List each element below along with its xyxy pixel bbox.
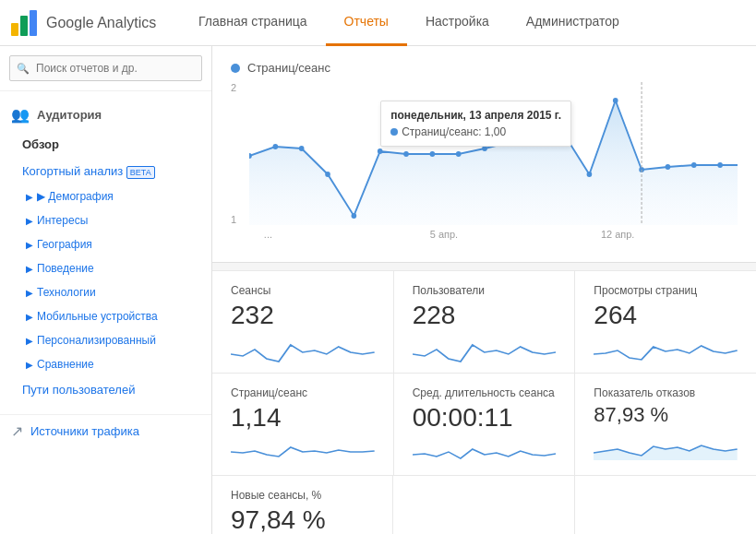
sidebar-mobile[interactable]: ▶ Мобильные устройства bbox=[0, 304, 211, 328]
metric-bounce-rate: Показатель отказов 87,93 % bbox=[575, 374, 756, 475]
chart-section: Страниц/сеанс 2 1 bbox=[212, 46, 756, 263]
sidebar-interests[interactable]: ▶ Интересы bbox=[0, 208, 211, 232]
svg-point-8 bbox=[352, 213, 357, 219]
nav-reports[interactable]: Отчеты bbox=[326, 0, 407, 46]
arrow-icon: ▶ bbox=[26, 240, 33, 250]
sidebar-overview[interactable]: Обзор bbox=[0, 131, 211, 158]
tooltip-title: понедельник, 13 апреля 2015 г. bbox=[390, 109, 561, 122]
sidebar-geography[interactable]: ▶ География bbox=[0, 232, 211, 256]
nav-admin[interactable]: Администратор bbox=[508, 0, 638, 46]
svg-rect-0 bbox=[11, 23, 18, 36]
svg-point-7 bbox=[325, 172, 330, 177]
audience-header: 👥 Аудитория bbox=[0, 99, 211, 131]
metrics-row-1: Сеансы 232 Пользователи 228 bbox=[212, 270, 756, 373]
arrow-icon: ▶ bbox=[26, 336, 33, 346]
svg-point-20 bbox=[666, 164, 671, 170]
x-label-5apr: 5 апр. bbox=[430, 229, 458, 240]
metric-pps-value: 1,14 bbox=[231, 403, 375, 433]
sidebar-tech[interactable]: ▶ Технологии bbox=[0, 280, 211, 304]
traffic-icon: ↗ bbox=[11, 422, 23, 440]
audience-section: 👥 Аудитория Обзор Когортный анализ BETA … bbox=[0, 91, 211, 410]
svg-point-22 bbox=[717, 162, 723, 168]
logo: Google Analytics bbox=[9, 8, 180, 38]
metric-users-value: 228 bbox=[413, 301, 557, 330]
metrics-row-3: Новые сеансы, % 97,84 % bbox=[212, 475, 756, 534]
app-name: Google Analytics bbox=[46, 15, 156, 31]
metric-users: Пользователи 228 bbox=[394, 271, 576, 373]
layout: 🔍 👥 Аудитория Обзор Когортный анализ BET… bbox=[0, 46, 756, 534]
svg-point-9 bbox=[378, 148, 383, 154]
chart-container: 2 1 bbox=[231, 82, 738, 253]
metric-bounce-value: 87,93 % bbox=[594, 403, 738, 427]
metric-new-value: 97,84 % bbox=[231, 505, 374, 534]
sidebar-traffic-sources[interactable]: ↗ Источники трафика bbox=[0, 414, 211, 447]
chart-series-label: Страниц/сеанс bbox=[247, 61, 330, 75]
metric-empty-2 bbox=[393, 476, 574, 534]
metrics-section: Сеансы 232 Пользователи 228 bbox=[212, 270, 756, 534]
beta-badge: BETA bbox=[126, 166, 155, 179]
audience-label: Аудитория bbox=[37, 108, 102, 122]
header: Google Analytics Главная страница Отчеты… bbox=[0, 0, 756, 46]
svg-point-21 bbox=[691, 162, 697, 168]
search-wrap: 🔍 bbox=[9, 55, 202, 81]
tooltip-value: Страниц/сеанс: 1,00 bbox=[390, 125, 561, 138]
x-label-12apr: 12 апр. bbox=[601, 229, 635, 240]
svg-rect-2 bbox=[30, 10, 37, 36]
ga-logo-icon bbox=[9, 8, 39, 38]
svg-point-17 bbox=[587, 172, 593, 177]
svg-marker-24 bbox=[594, 445, 738, 460]
metric-pageviews-value: 264 bbox=[594, 301, 738, 330]
metric-bounce-sparkline bbox=[594, 433, 738, 460]
metric-avg-duration: Сред. длительность сеанса 00:00:11 bbox=[394, 374, 576, 475]
search-icon: 🔍 bbox=[17, 63, 30, 75]
sidebar-custom[interactable]: ▶ Персонализированный bbox=[0, 328, 211, 352]
metric-dur-value: 00:00:11 bbox=[413, 403, 557, 433]
metric-dur-title: Сред. длительность сеанса bbox=[413, 386, 557, 399]
sidebar-cohort[interactable]: Когортный анализ BETA bbox=[0, 158, 211, 184]
sidebar: 🔍 👥 Аудитория Обзор Когортный анализ BET… bbox=[0, 46, 212, 534]
metric-sessions: Сеансы 232 bbox=[212, 271, 394, 373]
chart-x-axis: ... 5 апр. 12 апр. bbox=[249, 225, 738, 253]
nav-home[interactable]: Главная страница bbox=[180, 0, 326, 46]
search-input[interactable] bbox=[9, 55, 202, 81]
svg-point-11 bbox=[430, 151, 436, 157]
main-content: Страниц/сеанс 2 1 bbox=[212, 46, 756, 534]
metric-sessions-value: 232 bbox=[231, 301, 375, 330]
tooltip-dot bbox=[390, 128, 398, 136]
sidebar-behavior[interactable]: ▶ Поведение bbox=[0, 256, 211, 280]
svg-point-12 bbox=[456, 151, 462, 157]
metric-pages-per-session: Страниц/сеанс 1,14 bbox=[212, 374, 394, 475]
audience-icon: 👥 bbox=[11, 106, 30, 124]
y-label-1: 1 bbox=[231, 214, 249, 225]
sidebar-user-paths[interactable]: Пути пользователей bbox=[0, 376, 211, 403]
tooltip-metric: Страниц/сеанс: 1,00 bbox=[402, 125, 506, 138]
metric-users-title: Пользователи bbox=[413, 284, 557, 297]
metric-dur-sparkline bbox=[413, 438, 557, 466]
y-label-2: 2 bbox=[231, 82, 249, 93]
sidebar-demographics[interactable]: ▶ ▶ Демография bbox=[0, 184, 211, 208]
arrow-icon: ▶ bbox=[26, 264, 33, 274]
svg-point-6 bbox=[299, 146, 305, 151]
chart-y-axis: 2 1 bbox=[231, 82, 249, 225]
sidebar-compare[interactable]: ▶ Сравнение bbox=[0, 352, 211, 376]
metrics-row-2: Страниц/сеанс 1,14 Сред. длительность се… bbox=[212, 373, 756, 475]
x-label-start: ... bbox=[264, 229, 272, 240]
metric-pageviews-sparkline bbox=[594, 336, 738, 363]
arrow-icon: ▶ bbox=[26, 216, 33, 226]
arrow-icon: ▶ bbox=[26, 360, 33, 370]
metric-pps-title: Страниц/сеанс bbox=[231, 386, 375, 399]
chart-tooltip: понедельник, 13 апреля 2015 г. Страниц/с… bbox=[380, 101, 571, 147]
metric-bounce-title: Показатель отказов bbox=[594, 386, 738, 399]
metric-new-title: Новые сеансы, % bbox=[231, 489, 374, 502]
metric-sessions-title: Сеансы bbox=[231, 284, 375, 297]
arrow-icon: ▶ bbox=[26, 312, 33, 322]
svg-point-10 bbox=[403, 151, 409, 157]
chart-dot bbox=[231, 64, 240, 73]
metric-pageviews-title: Просмотры страниц bbox=[594, 284, 738, 297]
nav-settings[interactable]: Настройка bbox=[407, 0, 508, 46]
metric-pps-sparkline bbox=[231, 438, 375, 466]
arrow-icon: ▶ bbox=[26, 192, 33, 202]
svg-point-18 bbox=[613, 98, 618, 103]
metric-new-sessions: Новые сеансы, % 97,84 % bbox=[212, 476, 393, 534]
main-nav: Главная страница Отчеты Настройка Админи… bbox=[180, 0, 747, 46]
